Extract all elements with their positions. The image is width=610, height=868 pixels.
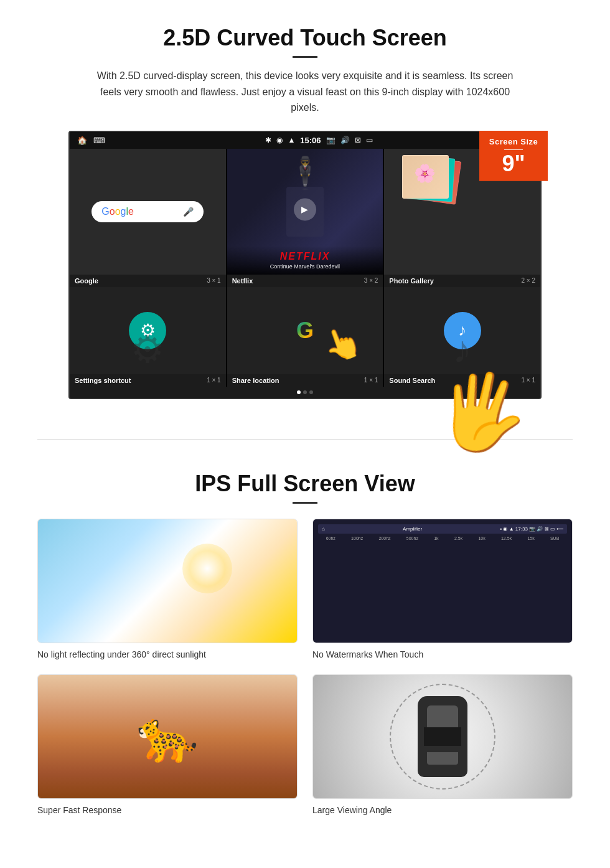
- car-caption: Large Viewing Angle: [312, 805, 573, 815]
- google-name: Google: [75, 277, 98, 285]
- settings-name: Settings shortcut: [75, 377, 131, 384]
- usb-icon: ⌨: [93, 136, 105, 145]
- car-body: [418, 696, 467, 777]
- netflix-overlay: NETFLIX Continue Marvel's Daredevil: [227, 246, 383, 275]
- car-image: [312, 674, 573, 799]
- share-name: Share location: [232, 377, 279, 384]
- google-content: Google 🎤: [70, 149, 226, 275]
- sunlight-image: [37, 519, 298, 643]
- app-cell-sound[interactable]: ♪ ♪ Sound Search 1 × 1: [384, 287, 540, 387]
- app-cell-netflix[interactable]: 🕴 ▶ NETFLIX Continue Marvel's Daredevil …: [227, 149, 383, 287]
- bluetooth-icon: ✱: [265, 136, 271, 144]
- section1-desc: With 2.5D curved-display screen, this de…: [93, 68, 517, 116]
- google-footer: Google 3 × 1: [70, 275, 226, 287]
- app-cell-share[interactable]: G 👆 Share location 1 × 1: [227, 287, 383, 387]
- sound-footer: Sound Search 1 × 1: [384, 374, 540, 387]
- status-left: 🏠 ⌨: [77, 136, 105, 145]
- google-maps-icon: G: [296, 318, 314, 344]
- section1-title: 2.5D Curved Touch Screen: [37, 25, 573, 51]
- google-logo: Google: [101, 206, 134, 217]
- flower-icon: 🌸: [414, 163, 436, 184]
- car-visual: [313, 675, 572, 798]
- car-roof: [424, 727, 461, 746]
- cheetah-image: 🐆: [37, 674, 298, 799]
- netflix-footer: Netflix 3 × 2: [227, 275, 383, 287]
- share-icon-area: G: [286, 312, 324, 349]
- share-footer: Share location 1 × 1: [227, 374, 383, 387]
- sound-bg-icon: ♪: [453, 328, 472, 371]
- google-search-bar[interactable]: Google 🎤: [92, 201, 204, 222]
- settings-size: 1 × 1: [207, 377, 221, 384]
- share-hand-wrap: G 👆: [286, 312, 324, 349]
- amp-header: ⌂ Amplifier ▪ ◉ ▲ 17:33 📷 🔊 ⊠ ▭ ⟵: [318, 524, 567, 534]
- page-divider: [37, 439, 573, 440]
- sunlight-caption: No light reflecting under 360° direct su…: [37, 649, 298, 659]
- section-ips: IPS Full Screen View No light reflecting…: [0, 458, 610, 834]
- pagination-dot-2[interactable]: [303, 390, 307, 394]
- cheetah-visual: 🐆: [38, 675, 297, 798]
- volume-icon: 🔊: [340, 136, 350, 144]
- ips-title-divider: [293, 502, 317, 504]
- play-button[interactable]: ▶: [294, 198, 316, 220]
- screen-size-label: Screen Size: [484, 137, 543, 146]
- sound-content: ♪ ♪: [384, 287, 540, 374]
- feature-cheetah: 🐆 Super Fast Response: [37, 674, 298, 815]
- status-center: ✱ ◉ ▲ 15:06 📷 🔊 ⊠ ▭: [105, 136, 533, 145]
- amp-title: Amplifier: [403, 526, 422, 532]
- hand-pointer-icon: 👆: [317, 320, 366, 367]
- status-time: 15:06: [300, 136, 321, 145]
- gallery-size: 2 × 2: [521, 277, 535, 284]
- screen-size-number: 9": [484, 153, 543, 175]
- screen-size-badge: Screen Size 9": [479, 131, 548, 181]
- feature-car: Large Viewing Angle: [312, 674, 573, 815]
- gallery-footer: Photo Gallery 2 × 2: [384, 275, 540, 287]
- status-bar: 🏠 ⌨ ✱ ◉ ▲ 15:06 📷 🔊 ⊠ ▭: [70, 132, 540, 149]
- car-rear: [427, 752, 458, 765]
- amp-home-icon: ⌂: [322, 526, 325, 532]
- pagination-dot-1[interactable]: [297, 390, 301, 394]
- title-divider: [293, 56, 317, 58]
- settings-footer: Settings shortcut 1 × 1: [70, 374, 226, 387]
- feature-grid: No light reflecting under 360° direct su…: [37, 519, 573, 815]
- section-curved: 2.5D Curved Touch Screen With 2.5D curve…: [0, 0, 610, 420]
- app-cell-google[interactable]: Google 🎤 Google 3 × 1: [70, 149, 226, 287]
- netflix-subtitle: Continue Marvel's Daredevil: [232, 263, 378, 270]
- settings-bg-icon: ⚙: [131, 328, 164, 371]
- netflix-size: 3 × 2: [364, 277, 378, 284]
- window-icon: ▭: [366, 136, 373, 144]
- home-icon: 🏠: [77, 136, 87, 145]
- section2-title: IPS Full Screen View: [37, 471, 573, 497]
- gallery-stacked: 🌸: [390, 155, 459, 211]
- feature-sunlight: No light reflecting under 360° direct su…: [37, 519, 298, 659]
- netflix-logo: NETFLIX: [232, 251, 378, 262]
- app-cell-settings[interactable]: ⚙ ⚙ Settings shortcut 1 × 1: [70, 287, 226, 387]
- amplifier-caption: No Watermarks When Touch: [312, 649, 573, 659]
- netflix-name: Netflix: [232, 277, 253, 285]
- gallery-card-3: 🌸: [402, 155, 449, 199]
- gallery-name: Photo Gallery: [389, 277, 434, 285]
- pagination-dot-3[interactable]: [309, 390, 313, 394]
- share-content: G 👆: [227, 287, 383, 374]
- cheetah-caption: Super Fast Response: [37, 805, 298, 815]
- netflix-content: 🕴 ▶ NETFLIX Continue Marvel's Daredevil: [227, 149, 383, 275]
- amp-icons: ▪ ◉ ▲ 17:33 📷 🔊 ⊠ ▭ ⟵: [500, 526, 563, 532]
- sunlight-visual: [38, 519, 297, 643]
- app-grid-row2: ⚙ ⚙ Settings shortcut 1 × 1 G: [70, 287, 540, 387]
- settings-content: ⚙ ⚙: [70, 287, 226, 374]
- amplifier-visual: ⌂ Amplifier ▪ ◉ ▲ 17:33 📷 🔊 ⊠ ▭ ⟵ 60hz10…: [313, 519, 572, 643]
- device-screen: 🏠 ⌨ ✱ ◉ ▲ 15:06 📷 🔊 ⊠ ▭: [68, 131, 542, 399]
- wifi-icon: ▲: [288, 136, 295, 144]
- app-grid-row1: Google 🎤 Google 3 × 1 🕴: [70, 149, 540, 287]
- car-windshield: [427, 705, 458, 727]
- google-size: 3 × 1: [207, 277, 221, 284]
- share-size: 1 × 1: [364, 377, 378, 384]
- screen-size-divider: [504, 149, 523, 150]
- mic-icon: 🎤: [183, 207, 194, 217]
- amp-labels: 60hz100hz200hz500hz1k2.5k10k12.5k15kSUB: [318, 536, 567, 540]
- cheetah-icon: 🐆: [136, 707, 199, 766]
- sound-size: 1 × 1: [521, 377, 535, 384]
- pagination-bar: [70, 387, 540, 398]
- feature-amplifier: ⌂ Amplifier ▪ ◉ ▲ 17:33 📷 🔊 ⊠ ▭ ⟵ 60hz10…: [312, 519, 573, 659]
- cross-icon: ⊠: [355, 136, 361, 144]
- amplifier-image: ⌂ Amplifier ▪ ◉ ▲ 17:33 📷 🔊 ⊠ ▭ ⟵ 60hz10…: [312, 519, 573, 643]
